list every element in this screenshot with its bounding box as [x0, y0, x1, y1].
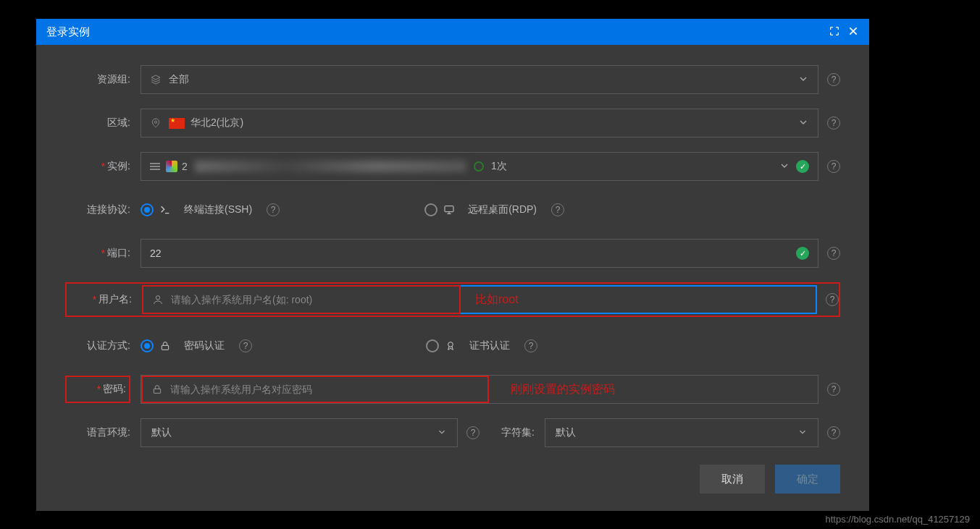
radio-password[interactable]: [141, 339, 154, 352]
region-value: 华北2(北京): [190, 117, 243, 130]
auth-password-label: 密码认证: [184, 339, 225, 352]
port-label: *端口:: [65, 247, 130, 260]
chevron-down-icon: [437, 427, 447, 439]
svg-rect-5: [154, 389, 160, 393]
ok-button[interactable]: 确定: [775, 465, 840, 494]
dialog-title: 登录实例: [46, 25, 90, 39]
locale-label: 语言环境:: [65, 426, 130, 439]
auth-label: 认证方式:: [65, 339, 130, 352]
help-icon[interactable]: ?: [267, 203, 280, 216]
row-protocol: 连接协议: 终端连接(SSH) ? 远程桌面(RDP) ?: [65, 195, 840, 224]
protocol-label: 连接协议:: [65, 203, 130, 216]
instance-select[interactable]: 2 1次 ✓: [141, 152, 818, 181]
row-username: *用户名: 比如root ?: [65, 282, 840, 317]
row-locale-charset: 语言环境: 默认 ? 字符集: 默认 ?: [65, 418, 840, 447]
region-select[interactable]: 华北2(北京): [141, 109, 818, 137]
cancel-button[interactable]: 取消: [700, 465, 765, 494]
locale-select[interactable]: 默认: [141, 418, 458, 447]
help-icon[interactable]: ?: [827, 160, 840, 173]
lock-icon: [159, 340, 171, 352]
help-icon[interactable]: ?: [827, 383, 840, 396]
username-annotation: 比如root: [475, 292, 519, 308]
titlebar: 登录实例: [36, 19, 869, 45]
help-icon[interactable]: ?: [827, 247, 840, 260]
titlebar-actions: [829, 25, 859, 39]
region-label: 区域:: [65, 117, 130, 130]
watermark: https://blog.csdn.net/qq_41257129: [826, 514, 971, 525]
password-annotation: 刚刚设置的实例密码: [511, 382, 615, 397]
instance-name-redacted: [195, 161, 466, 172]
charset-select[interactable]: 默认: [545, 418, 818, 447]
protocol-group: 终端连接(SSH) ? 远程桌面(RDP) ?: [141, 203, 840, 216]
locale-charset-group: 默认 ? 字符集: 默认 ?: [141, 418, 840, 447]
username-input[interactable]: [171, 294, 461, 305]
chevron-down-icon: [797, 117, 809, 130]
login-dialog: 登录实例 资源组: 全部 ? 区域: 华北2(北京) ?: [36, 19, 869, 511]
charset-value: 默认: [556, 426, 576, 439]
username-label: *用户名:: [67, 293, 132, 306]
instance-app-icon: [166, 161, 177, 172]
port-input-wrap[interactable]: ✓: [141, 239, 818, 268]
protocol-rdp[interactable]: 远程桌面(RDP) ?: [424, 203, 564, 216]
help-icon[interactable]: ?: [826, 293, 839, 306]
help-icon[interactable]: ?: [239, 339, 252, 352]
protocol-rdp-label: 远程桌面(RDP): [468, 203, 537, 216]
radio-ssh[interactable]: [141, 203, 154, 216]
chevron-down-icon: [797, 73, 809, 87]
password-label: *密码:: [65, 376, 130, 403]
dialog-body: 资源组: 全部 ? 区域: 华北2(北京) ? *实例: 2: [36, 45, 869, 511]
resource-group-label: 资源组:: [65, 73, 130, 86]
instance-label: *实例:: [65, 160, 130, 173]
instance-status-icon: [474, 161, 484, 172]
chevron-down-icon: [779, 160, 790, 174]
svg-rect-3: [162, 345, 168, 350]
instance-prefix: 2: [182, 161, 188, 172]
layers-icon: [150, 74, 162, 85]
terminal-icon: [159, 204, 171, 216]
help-icon[interactable]: ?: [524, 339, 537, 352]
charset-wrap: 字符集: 默认 ?: [501, 418, 840, 447]
user-icon: [152, 294, 164, 305]
lock-icon: [151, 384, 163, 395]
help-icon[interactable]: ?: [466, 426, 479, 439]
auth-cert[interactable]: 证书认证 ?: [426, 339, 537, 352]
row-password: *密码: 刚刚设置的实例密码 ?: [65, 375, 840, 404]
charset-label: 字符集:: [501, 426, 535, 439]
certificate-icon: [445, 340, 456, 352]
row-resource-group: 资源组: 全部 ?: [65, 65, 840, 94]
row-instance: *实例: 2 1次 ✓ ?: [65, 152, 840, 181]
chevron-down-icon: [797, 427, 808, 439]
radio-cert[interactable]: [426, 339, 439, 352]
footer: 取消 确定: [65, 465, 840, 494]
help-icon[interactable]: ?: [827, 426, 840, 439]
help-icon[interactable]: ?: [551, 203, 564, 216]
port-input[interactable]: [150, 247, 796, 259]
protocol-ssh-label: 终端连接(SSH): [184, 203, 252, 216]
username-field[interactable]: 比如root: [142, 285, 817, 314]
expand-icon[interactable]: [829, 25, 840, 39]
instance-suffix: 1次: [491, 160, 507, 173]
password-input[interactable]: [170, 384, 479, 395]
svg-point-2: [156, 296, 159, 300]
protocol-ssh[interactable]: 终端连接(SSH) ?: [141, 203, 280, 216]
check-icon: ✓: [796, 160, 809, 173]
row-region: 区域: 华北2(北京) ?: [65, 109, 840, 137]
row-port: *端口: ✓ ?: [65, 239, 840, 268]
help-icon[interactable]: ?: [827, 117, 840, 130]
locale-value: 默认: [151, 426, 172, 439]
server-icon: [150, 163, 160, 170]
auth-group: 密码认证 ? 证书认证 ?: [141, 339, 840, 352]
auth-password[interactable]: 密码认证 ?: [141, 339, 252, 352]
desktop-icon: [443, 204, 455, 216]
radio-rdp[interactable]: [424, 203, 437, 216]
svg-point-4: [448, 342, 453, 347]
help-icon[interactable]: ?: [827, 73, 840, 86]
close-icon[interactable]: [847, 25, 859, 39]
resource-group-select[interactable]: 全部: [141, 65, 818, 94]
password-field[interactable]: 刚刚设置的实例密码: [141, 375, 818, 404]
auth-cert-label: 证书认证: [469, 339, 510, 352]
locale-wrap: 默认 ?: [141, 418, 479, 447]
check-icon: ✓: [796, 247, 809, 260]
svg-rect-1: [445, 206, 453, 212]
china-flag-icon: [169, 118, 185, 129]
